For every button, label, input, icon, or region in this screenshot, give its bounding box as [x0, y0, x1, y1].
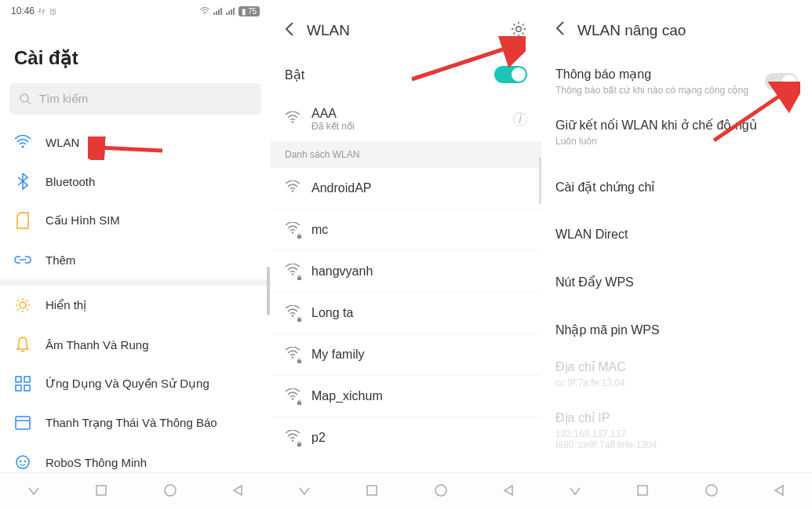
- nav-recent-icon[interactable]: [366, 484, 378, 500]
- nav-home-icon[interactable]: [434, 483, 448, 501]
- settings-gear-button[interactable]: [510, 20, 527, 41]
- nav-bar: [0, 472, 271, 510]
- svg-rect-35: [297, 360, 301, 363]
- settings-item-sim[interactable]: Cấu Hình SIM: [0, 201, 271, 240]
- info-icon[interactable]: i: [513, 112, 527, 126]
- sleep-wlan-row[interactable]: Giữ kết nối WLAN khi ở chế độ ngủ Luôn l…: [541, 107, 812, 158]
- mac-value: cc:9f:7a:fe:13:04: [555, 377, 798, 388]
- wifi-network-item[interactable]: Map_xichum: [271, 376, 541, 417]
- nav-menu-icon[interactable]: [298, 485, 311, 499]
- sleep-title: Giữ kết nối WLAN khi ở chế độ ngủ: [555, 118, 798, 133]
- nav-back-icon[interactable]: [774, 484, 785, 500]
- settings-item-bluetooth[interactable]: Bluetooth: [0, 162, 271, 201]
- wifi-network-item[interactable]: My family: [271, 334, 541, 376]
- nav-back-icon[interactable]: [232, 484, 243, 500]
- lock-icon: [297, 316, 302, 322]
- svg-rect-14: [24, 377, 30, 382]
- back-button[interactable]: [555, 20, 565, 40]
- status-bar: 10:46 ▮75: [0, 0, 271, 22]
- header: WLAN: [271, 0, 541, 56]
- svg-rect-23: [96, 486, 106, 495]
- settings-item-wlan[interactable]: WLAN: [0, 122, 271, 162]
- svg-point-18: [16, 456, 29, 468]
- gear-icon: [510, 20, 527, 38]
- svg-rect-46: [638, 486, 647, 495]
- wlan-advanced-panel: WLAN nâng cao Thông báo mạng Thông báo b…: [541, 0, 812, 510]
- svg-point-43: [435, 485, 446, 496]
- search-input[interactable]: Tìm kiếm: [9, 83, 261, 115]
- enable-label: Bật: [285, 67, 304, 82]
- cert-row[interactable]: Cài đặt chứng chỉ: [541, 169, 812, 206]
- wifi-network-item[interactable]: Long ta: [271, 293, 541, 334]
- notify-title: Thông báo mạng: [555, 67, 757, 82]
- settings-item-statusbar[interactable]: Thanh Trạng Thái Và Thông Báo: [0, 403, 271, 443]
- settings-panel: 10:46 ▮75 Cài đặt Tìm kiếm WLAN Bluetoot…: [0, 0, 271, 510]
- wifi-name: My family: [311, 348, 365, 362]
- svg-point-47: [706, 485, 717, 496]
- lock-icon: [297, 441, 302, 446]
- svg-rect-2: [213, 13, 215, 15]
- notify-toggle[interactable]: [765, 73, 798, 90]
- nav-back-icon[interactable]: [503, 484, 514, 500]
- sim-icon: [16, 212, 29, 229]
- wifi-network-item[interactable]: AndroidAP: [271, 168, 541, 209]
- network-status: Đã kết nối: [311, 121, 355, 132]
- nav-bar: [271, 472, 541, 510]
- nav-menu-icon[interactable]: [27, 485, 40, 499]
- svg-point-25: [516, 27, 521, 31]
- battery-badge: ▮75: [239, 6, 260, 16]
- settings-item-label: RoboS Thông Minh: [46, 456, 147, 469]
- svg-rect-15: [16, 385, 21, 391]
- ip-value: 192.168.137.117 fe80::ce9f:7aff:fefe:130…: [555, 428, 798, 450]
- settings-item-more[interactable]: Thêm: [0, 240, 271, 279]
- wifi-network-item[interactable]: hangvyanh: [271, 251, 541, 293]
- nav-menu-icon[interactable]: [569, 485, 581, 499]
- sleep-sub: Luôn luôn: [555, 136, 798, 147]
- status-time: 10:46: [11, 5, 35, 16]
- wlan-toggle[interactable]: [494, 66, 527, 83]
- bell-icon: [16, 336, 30, 353]
- wps-pin-row[interactable]: Nhập mã pin WPS: [541, 311, 812, 348]
- svg-rect-6: [226, 13, 228, 15]
- connected-network[interactable]: AAA Đã kết nối i: [271, 97, 541, 141]
- settings-item-robos[interactable]: RoboS Thông Minh: [0, 443, 271, 472]
- wifi-network-item[interactable]: p2: [271, 417, 541, 458]
- svg-rect-16: [24, 385, 30, 391]
- settings-item-label: Thêm: [46, 253, 75, 267]
- bluetooth-icon: [17, 173, 28, 190]
- notify-sub: Thông báo bất cứ khi nào có mạng công cộ…: [555, 85, 757, 96]
- nav-home-icon[interactable]: [705, 483, 719, 501]
- settings-item-display[interactable]: Hiển thị: [0, 286, 271, 325]
- scroll-indicator[interactable]: [267, 267, 270, 315]
- wlan-direct-row[interactable]: WLAN Direct: [541, 217, 812, 253]
- network-notify-row[interactable]: Thông báo mạng Thông báo bất cứ khi nào …: [541, 56, 812, 107]
- svg-point-11: [22, 146, 24, 148]
- settings-item-apps[interactable]: Ứng Dụng Và Quyền Sử Dụng: [0, 364, 271, 403]
- signal-icon: [213, 7, 223, 15]
- sun-icon: [14, 297, 31, 314]
- svg-rect-17: [16, 417, 30, 429]
- settings-item-label: Ứng Dụng Và Quyền Sử Dụng: [46, 377, 209, 391]
- wifi-icon: [14, 135, 31, 149]
- nav-recent-icon[interactable]: [636, 484, 649, 500]
- settings-item-sound[interactable]: Âm Thanh Và Rung: [0, 325, 271, 364]
- wifi-icon: [285, 180, 300, 193]
- wifi-network-item[interactable]: mc: [271, 209, 541, 251]
- svg-point-12: [20, 302, 26, 308]
- nav-home-icon[interactable]: [163, 483, 177, 501]
- direct-label: WLAN Direct: [555, 228, 798, 242]
- lock-icon: [297, 399, 302, 405]
- svg-point-28: [292, 231, 293, 233]
- lock-icon: [297, 358, 302, 363]
- svg-point-26: [292, 121, 293, 122]
- settings-item-label: WLAN: [46, 136, 79, 149]
- back-button[interactable]: [285, 21, 294, 41]
- signal-icon-2: [226, 7, 235, 15]
- alarm-icon: [49, 7, 57, 16]
- svg-rect-8: [231, 9, 232, 15]
- svg-rect-39: [297, 443, 301, 446]
- wps-push-row[interactable]: Nút Đẩy WPS: [541, 264, 812, 301]
- nav-recent-icon[interactable]: [95, 484, 107, 500]
- apps-icon: [15, 376, 31, 392]
- wlan-enable-row: Bật: [271, 56, 541, 97]
